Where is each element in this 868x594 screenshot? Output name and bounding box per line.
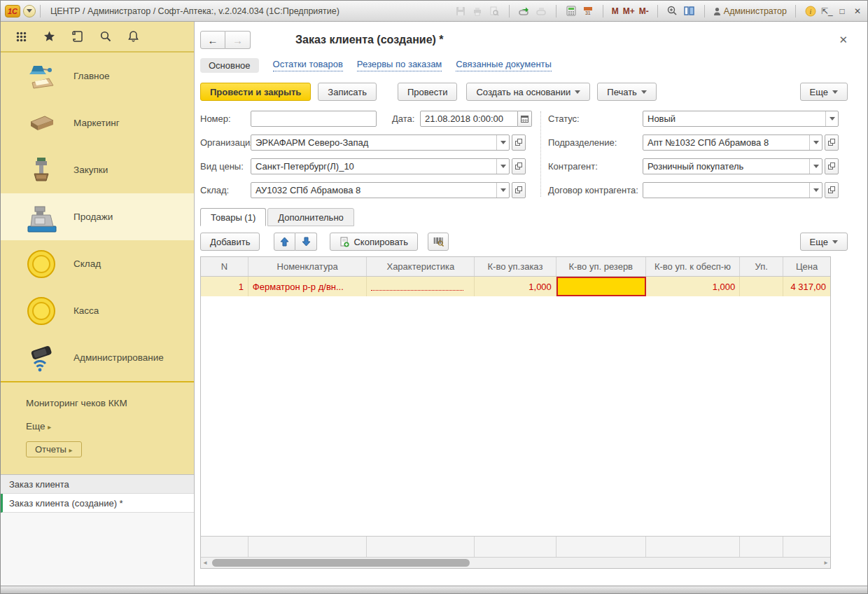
status-combo[interactable]: Новый <box>643 111 839 127</box>
send-link-icon[interactable] <box>535 6 547 17</box>
cell-qty-supply[interactable]: 1,000 <box>646 277 741 296</box>
add-link-icon[interactable] <box>518 6 531 17</box>
organization-open-button[interactable] <box>512 134 526 151</box>
reports-button[interactable]: Отчеты ▸ <box>26 441 82 457</box>
sidebar-item-administrirovanie[interactable]: Администрирование <box>1 334 194 381</box>
cell-qty-order[interactable]: 1,000 <box>475 277 556 296</box>
number-input[interactable] <box>251 111 377 127</box>
column-header-nomenclature[interactable]: Номенклатура <box>248 257 368 276</box>
tab-osnovnoe[interactable]: Основное <box>200 58 259 73</box>
cell-pack[interactable] <box>740 277 783 296</box>
open-window-item-current[interactable]: Заказ клиента (создание) * <box>1 494 194 513</box>
memory-minus-button[interactable]: М- <box>639 6 649 16</box>
memory-plus-button[interactable]: М+ <box>623 6 635 16</box>
cell-price[interactable]: 4 317,00 <box>783 277 830 296</box>
calculator-icon[interactable] <box>565 6 578 17</box>
calendar-icon[interactable]: 31 <box>582 6 594 17</box>
link-svyazannye-dokumenty[interactable]: Связанные документы <box>456 59 552 71</box>
scroll-right-icon[interactable]: ► <box>822 558 830 568</box>
price-type-open-button[interactable] <box>512 158 526 174</box>
sidebar-item-zakupki[interactable]: Закупки <box>1 146 194 193</box>
table-footer-row <box>201 536 830 557</box>
cell-qty-reserve-selected[interactable] <box>556 277 646 296</box>
save-icon[interactable] <box>454 6 467 17</box>
tab-dopolnitelno[interactable]: Дополнительно <box>267 208 354 226</box>
menu-grid-icon[interactable] <box>16 32 27 42</box>
sidebar-item-marketing[interactable]: Маркетинг <box>1 99 194 146</box>
current-user[interactable]: Администратор <box>713 6 787 16</box>
organization-combo[interactable]: ЭРКАФАРМ Северо-Запад <box>251 134 510 151</box>
price-type-combo[interactable]: Санкт-Петербург(Л)_10 <box>251 158 510 174</box>
warehouse-open-button[interactable] <box>512 182 526 198</box>
monitoring-checks-link[interactable]: Мониторинг чеков ККМ <box>26 398 194 408</box>
forward-button[interactable]: → <box>225 31 251 49</box>
column-header-qty-order[interactable]: К-во уп.заказ <box>475 257 556 276</box>
sidebar-item-sklad[interactable]: Склад <box>1 240 194 287</box>
info-icon[interactable]: i <box>804 6 817 17</box>
1c-logo[interactable]: 1С <box>5 5 20 18</box>
counterparty-open-button[interactable] <box>825 158 839 174</box>
main-menu-button[interactable] <box>23 5 36 18</box>
move-up-button[interactable] <box>274 233 295 251</box>
favorites-star-icon[interactable] <box>43 31 55 42</box>
more-button[interactable]: Еще <box>800 83 848 101</box>
post-button[interactable]: Провести <box>398 83 458 101</box>
minimize-icon[interactable]: ⇱_ <box>821 6 832 16</box>
close-icon[interactable]: ✕ <box>852 6 863 16</box>
contract-open-button[interactable] <box>825 182 839 198</box>
table-row[interactable]: 1 Ферматрон р-р д/вн... 1,000 1,000 4 31… <box>201 277 830 296</box>
barcode-scan-button[interactable] <box>428 233 449 251</box>
search-icon[interactable] <box>100 31 111 42</box>
column-header-qty-supply[interactable]: К-во уп. к обесп-ю <box>646 257 741 276</box>
back-button[interactable]: ← <box>200 31 225 49</box>
sidebar-item-kassa[interactable]: Касса <box>1 287 194 334</box>
move-down-button[interactable] <box>295 233 317 251</box>
divider <box>657 5 658 18</box>
zoom-icon[interactable] <box>666 6 679 17</box>
cell-row-number[interactable]: 1 <box>201 277 248 296</box>
memory-recall-button[interactable]: М <box>612 6 619 16</box>
column-header-pack[interactable]: Уп. <box>740 257 783 276</box>
department-combo[interactable]: Апт №1032 СПб Абрамова 8 <box>643 134 822 151</box>
tab-tovary[interactable]: Товары (1) <box>200 208 266 226</box>
warehouse-combo[interactable]: АУ1032 СПб Абрамова 8 <box>251 182 510 198</box>
link-rezervy-po-zakazam[interactable]: Резервы по заказам <box>357 59 442 71</box>
divider <box>556 5 556 18</box>
column-header-qty-reserve[interactable]: К-во уп. резерв <box>556 257 646 276</box>
department-open-button[interactable] <box>825 134 839 151</box>
history-icon[interactable] <box>72 31 83 42</box>
print-preview-icon[interactable] <box>488 6 500 17</box>
scroll-left-icon[interactable]: ◄ <box>201 558 209 568</box>
link-ostatki-tovarov[interactable]: Остатки товаров <box>273 59 343 71</box>
open-window-item[interactable]: Заказ клиента <box>1 475 194 494</box>
print-icon[interactable] <box>471 6 484 17</box>
date-input[interactable] <box>420 111 518 127</box>
counterparty-combo[interactable]: Розничный покупатель <box>643 158 822 174</box>
cell-nomenclature[interactable]: Ферматрон р-р д/вн... <box>248 277 368 296</box>
sidebar-more-link[interactable]: Еще ▸ <box>26 421 194 431</box>
cell-characteristic[interactable] <box>367 277 475 296</box>
print-button[interactable]: Печать <box>597 83 657 101</box>
notifications-bell-icon[interactable] <box>128 31 139 42</box>
write-button[interactable]: Записать <box>318 83 377 101</box>
column-header-n[interactable]: N <box>201 257 248 276</box>
column-header-price[interactable]: Цена <box>783 257 830 276</box>
open-form-icon <box>828 163 835 170</box>
scrollbar-thumb[interactable] <box>212 559 470 567</box>
document-close-icon[interactable]: ✕ <box>839 34 848 45</box>
contract-combo[interactable] <box>643 182 822 198</box>
date-picker-button[interactable] <box>518 111 532 127</box>
copy-row-button[interactable]: Скопировать <box>330 233 418 251</box>
table-empty-area[interactable] <box>201 296 830 536</box>
column-header-characteristic[interactable]: Характеристика <box>367 257 475 276</box>
maximize-icon[interactable]: □ <box>836 6 848 16</box>
warehouse-label: Склад: <box>200 185 251 195</box>
add-row-button[interactable]: Добавить <box>200 233 260 251</box>
sidebar-item-glavnoe[interactable]: Главное <box>1 53 194 99</box>
split-view-icon[interactable] <box>683 6 696 17</box>
create-from-button[interactable]: Создать на основании <box>466 83 590 101</box>
table-more-button[interactable]: Еще <box>800 233 848 251</box>
post-and-close-button[interactable]: Провести и закрыть <box>200 83 311 101</box>
sidebar-item-prodazhi[interactable]: Продажи <box>1 193 194 240</box>
horizontal-scrollbar[interactable]: ◄ ► <box>201 557 830 568</box>
